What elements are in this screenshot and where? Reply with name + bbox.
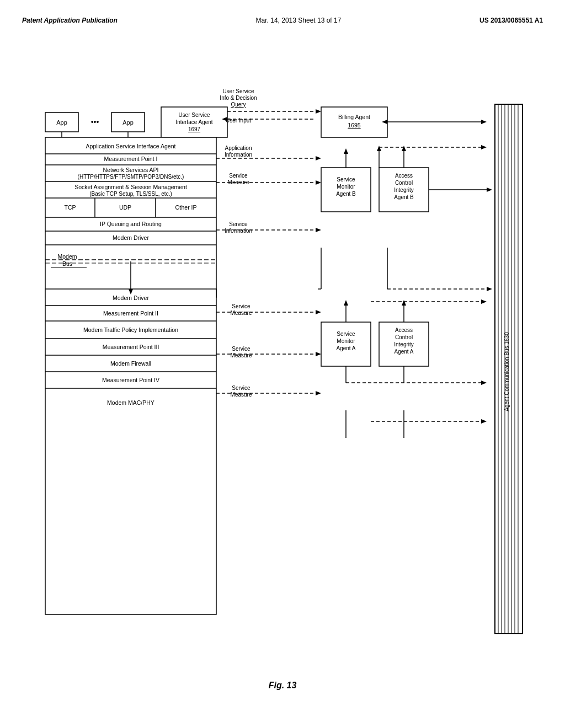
modem-traffic-policy-label: Modem Traffic Policy Implementation (83, 326, 178, 333)
svg-marker-16 (481, 120, 487, 124)
figure-caption: Fig. 13 (34, 681, 531, 690)
modem-driver-lower-label: Modem Driver (113, 295, 149, 301)
modem-mac-phy-label: Modem MAC/PHY (107, 399, 154, 406)
service-measure-4-label: Service (232, 385, 250, 391)
measurement-point-4-label: Measurement Point IV (102, 377, 159, 383)
svg-text:1697: 1697 (188, 126, 201, 132)
svg-rect-39 (321, 168, 371, 212)
svg-marker-97 (481, 381, 487, 385)
header-right: US 2013/0065551 A1 (479, 17, 543, 24)
svg-text:Integrity: Integrity (394, 341, 414, 347)
svg-text:Measure: Measure (231, 392, 252, 398)
svg-text:(HTTP/HTTPS/FTP/SMTP/POP3/DNS/: (HTTP/HTTPS/FTP/SMTP/POP3/DNS/etc.) (78, 174, 184, 180)
svg-marker-38 (316, 180, 321, 185)
access-control-a-label: Access (395, 327, 413, 333)
svg-rect-65 (45, 289, 216, 614)
service-measure-upper-label: Service (229, 173, 248, 179)
page-header: Patent Application Publication Mar. 14, … (22, 11, 543, 35)
svg-text:Information: Information (225, 152, 252, 158)
svg-marker-77 (316, 352, 321, 356)
svg-text:Agent B: Agent B (336, 191, 356, 197)
service-monitor-a-label: Service (337, 331, 355, 337)
svg-text:•••: ••• (91, 117, 99, 126)
svg-marker-107 (481, 145, 487, 149)
svg-marker-48 (316, 228, 321, 232)
header-center: Mar. 14, 2013 Sheet 13 of 17 (256, 17, 342, 24)
svg-text:Agent A: Agent A (336, 345, 355, 351)
svg-text:Integrity: Integrity (394, 187, 414, 193)
svg-marker-99 (481, 419, 487, 424)
measurement-point-1-label: Measurement Point I (104, 156, 158, 162)
ip-queuing-label: IP Queuing and Routing (100, 221, 162, 227)
other-ip-label: Other IP (175, 204, 196, 211)
svg-rect-81 (321, 322, 371, 366)
user-service-info-label: User Service (222, 88, 254, 94)
svg-text:Bus: Bus (62, 260, 72, 267)
billing-agent-label: Billing Agent (338, 114, 370, 120)
svg-marker-80 (316, 391, 321, 395)
service-measure-3-label: Service (232, 346, 250, 352)
svg-marker-9 (316, 109, 321, 114)
svg-marker-35 (316, 156, 321, 160)
svg-marker-116 (344, 148, 348, 154)
modem-firewall-label: Modem Firewall (110, 360, 151, 367)
app2-label: App (122, 119, 134, 126)
service-measure-2-label: Service (232, 303, 250, 309)
measurement-point-2-label: Measurement Point II (103, 310, 158, 317)
diagram-svg: App ••• App User Service Interface Agent… (34, 52, 531, 659)
svg-marker-103 (402, 146, 406, 151)
diagram-area: App ••• App User Service Interface Agent… (34, 52, 531, 690)
svg-text:Agent A: Agent A (394, 349, 413, 355)
svg-marker-105 (377, 146, 381, 151)
network-services-api-label: Network Services API (103, 167, 159, 173)
svg-text:Monitor: Monitor (337, 184, 355, 190)
svg-marker-91 (402, 300, 406, 306)
udp-label: UDP (119, 204, 131, 211)
svg-marker-114 (487, 287, 492, 291)
svg-text:Agent B: Agent B (394, 194, 414, 200)
user-service-interface-agent-label: User Service (178, 112, 210, 118)
svg-marker-89 (344, 300, 348, 306)
bus-label: Agent Communication Bus 1630 (504, 332, 510, 411)
measurement-point-3-label: Measurement Point III (103, 344, 159, 350)
svg-text:Monitor: Monitor (337, 338, 355, 344)
socket-assignment-label: Socket Assignment & Session Management (74, 184, 187, 190)
header-left: Patent Application Publication (22, 17, 118, 24)
svg-text:Control: Control (395, 334, 413, 340)
modem-bus-label: Modem (57, 253, 77, 260)
svg-text:Query: Query (231, 101, 246, 108)
tcp-label: TCP (65, 204, 76, 211)
app1-label: App (56, 119, 67, 126)
svg-text:Information: Information (225, 228, 252, 234)
svg-text:Measure: Measure (231, 310, 252, 316)
modem-driver-upper-label: Modem Driver (113, 234, 149, 241)
app-service-interface-label: Application Service Interface Agent (86, 143, 176, 149)
svg-marker-74 (316, 310, 321, 314)
svg-marker-52 (487, 188, 492, 192)
svg-text:Interface Agent: Interface Agent (175, 119, 212, 125)
app-info-label: Application (225, 145, 252, 151)
access-control-b-label: Access (395, 173, 413, 179)
svg-text:Control: Control (395, 180, 413, 186)
svg-text:Info & Decision: Info & Decision (220, 95, 257, 101)
svg-marker-93 (481, 299, 487, 304)
svg-text:1695: 1695 (348, 122, 361, 129)
svg-text:(Basic TCP Setup, TLS/SSL, etc: (Basic TCP Setup, TLS/SSL, etc.) (89, 191, 172, 197)
user-input-label: User Input (226, 117, 251, 124)
page: Patent Application Publication Mar. 14, … (0, 0, 565, 728)
service-monitor-b-label: Service (337, 176, 355, 183)
service-info-label: Service (229, 221, 248, 227)
svg-text:Measure: Measure (231, 352, 252, 358)
